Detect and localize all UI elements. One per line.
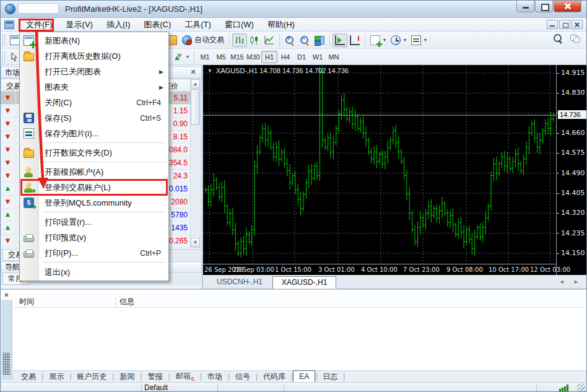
menu-item-2[interactable]: 插入(I) xyxy=(100,18,137,32)
menu-item-1[interactable]: 显示(V) xyxy=(59,18,100,32)
file-menu-item-1[interactable]: 打开离线历史数据(O) xyxy=(20,48,168,64)
menu-item-5[interactable]: 窗口(W) xyxy=(218,18,261,32)
statusbar-profile[interactable]: Default xyxy=(144,383,168,392)
terminal-tab-3[interactable]: 新闻 xyxy=(114,371,140,383)
menu-item-3[interactable]: 图表(C) xyxy=(137,18,178,32)
file-menu-item-12[interactable]: 5➜登录到MQL5.community xyxy=(20,195,168,211)
file-menu-item-6[interactable]: 保存为图片(i)... xyxy=(20,126,168,141)
file-menu-item-16[interactable]: 打印(P)...Ctrl+P xyxy=(20,245,168,261)
terminal-tab-9[interactable]: EA xyxy=(293,370,315,382)
terminal-tab-8[interactable]: 代码库 xyxy=(258,371,291,383)
candlestick-mode-button[interactable] xyxy=(247,33,262,47)
autotrading-button[interactable]: 自动交易 xyxy=(180,33,227,47)
dropdown-arrow-icon[interactable]: ▾ xyxy=(186,54,189,59)
timeframe-h1[interactable]: H1 xyxy=(261,51,277,63)
search-icon[interactable] xyxy=(553,33,563,43)
timeframe-d1[interactable]: D1 xyxy=(294,51,310,63)
terminal-close-icon[interactable]: ✕ xyxy=(2,292,11,300)
terminal-tab-4[interactable]: 警报 xyxy=(142,371,168,383)
minimize-button[interactable] xyxy=(516,1,534,12)
scrollbar-thumb[interactable] xyxy=(191,89,200,125)
tile-windows-button[interactable] xyxy=(312,33,327,47)
dropdown-arrow-icon[interactable]: ▾ xyxy=(424,37,427,43)
scroll-down-icon[interactable]: ▼ xyxy=(191,238,200,247)
chart-plot[interactable] xyxy=(203,65,556,264)
time-axis[interactable]: 26 Sep 201828 Sep 03:001 Oct 15:003 Oct … xyxy=(203,264,556,275)
symbols-cycle-button[interactable]: ▾ xyxy=(171,50,191,64)
resize-grip[interactable] xyxy=(577,383,585,391)
bar-chart-mode-button[interactable] xyxy=(232,33,247,47)
tick-down-icon: ▼ xyxy=(4,107,11,114)
tick-up-icon: ▲ xyxy=(4,211,11,218)
menu-shortcut: Ctrl+P xyxy=(140,249,161,258)
menu-item-4[interactable]: 工具(T) xyxy=(178,18,218,32)
chart-collapse-icon[interactable]: ▼ xyxy=(207,68,212,74)
time-tick-label: 1 Oct 15:00 xyxy=(275,266,311,273)
terminal-tab-5[interactable]: 邮箱6 xyxy=(170,370,200,382)
terminal-tab-2[interactable]: 账户历史 xyxy=(71,371,112,383)
templates-button[interactable]: ▾ xyxy=(409,33,429,47)
toolbar-separator xyxy=(229,34,230,46)
tab-scroll-arrows-icon[interactable]: ◄ ► xyxy=(559,279,583,285)
illegible-vertical-tab[interactable] xyxy=(3,352,11,375)
mdi-minimize-button[interactable] xyxy=(547,20,558,29)
market-watch-scrollbar[interactable]: ▲ ▼ xyxy=(190,79,201,248)
price-tick-mark xyxy=(557,173,559,173)
chart-tab-usdcnhh1[interactable]: USDCNH-,H1 xyxy=(208,276,271,289)
file-menu-item-5[interactable]: 保存(S)Ctrl+S xyxy=(20,110,168,126)
restore-button[interactable] xyxy=(535,1,553,12)
timeframe-mn[interactable]: MN xyxy=(326,51,342,63)
terminal-tab-0[interactable]: 交易 xyxy=(15,371,41,383)
chart-tab-bar: ◄ ► USDCNH-,H1XAGUSD-,H1 xyxy=(203,275,587,289)
close-button[interactable] xyxy=(554,1,581,12)
timeframe-h4[interactable]: H4 xyxy=(277,51,294,63)
terminal-tab-6[interactable]: 市场 xyxy=(202,371,228,383)
price-tick-label: 14.150 xyxy=(561,249,585,257)
file-menu-item-14[interactable]: 打印设置(r)... xyxy=(20,214,168,230)
chat-icon[interactable] xyxy=(570,33,580,43)
dropdown-arrow-icon[interactable]: ▾ xyxy=(404,37,406,43)
timeframe-m1[interactable]: M1 xyxy=(197,51,213,63)
file-menu-item-11[interactable]: ➜登录到交易账户(L) xyxy=(20,180,168,195)
scroll-up-icon[interactable]: ▲ xyxy=(191,79,200,89)
column-message[interactable]: 信息 xyxy=(120,297,134,307)
file-menu-item-0[interactable]: 新图表(N) xyxy=(20,33,168,48)
file-menu-item-8[interactable]: 打开数据文件夹(D) xyxy=(20,145,168,160)
menu-item-label: 保存为图片(i)... xyxy=(45,128,98,139)
file-menu-item-15[interactable]: 打印预览(v) xyxy=(20,230,168,245)
terminal-tab-bar: 交易|展示|账户历史|新闻|警报|邮箱6|市场|信号|代码库|EA|日志| xyxy=(1,370,586,382)
terminal-tab-10[interactable]: 日志 xyxy=(317,371,343,383)
column-time[interactable]: 时间 xyxy=(19,297,34,307)
toolbar-grip[interactable] xyxy=(2,35,5,46)
timeframe-m5[interactable]: M5 xyxy=(213,51,229,63)
mdi-restore-button[interactable] xyxy=(559,20,570,29)
terminal-tab-7[interactable]: 信号 xyxy=(230,371,256,383)
timeframe-m30[interactable]: M30 xyxy=(245,51,261,63)
line-chart-mode-button[interactable] xyxy=(262,33,277,47)
timeframe-w1[interactable]: W1 xyxy=(310,51,326,63)
auto-scroll-button[interactable] xyxy=(333,33,347,47)
toolbar-grip[interactable] xyxy=(2,51,5,63)
menu-shortcut: Ctrl+S xyxy=(140,114,161,123)
menu-item-6[interactable]: 帮助(H) xyxy=(261,18,302,32)
timeframe-m15[interactable]: M15 xyxy=(229,51,245,63)
chart-shift-button[interactable] xyxy=(347,33,362,47)
file-menu-item-2[interactable]: 打开已关闭图表▶ xyxy=(20,64,168,79)
periods-button[interactable]: ▾ xyxy=(388,33,409,47)
file-menu-item-18[interactable]: 退出(x) xyxy=(20,264,168,280)
price-axis[interactable]: 14.91514.83014.74514.66014.57514.49014.4… xyxy=(556,65,587,275)
indicators-button[interactable]: ▾ xyxy=(368,33,388,47)
zoom-in-button[interactable]: + xyxy=(282,33,297,47)
file-menu-item-10[interactable]: 开新模拟帐户(A) xyxy=(20,164,168,180)
market-watch-close-icon[interactable]: ✕ xyxy=(189,68,198,77)
file-menu-item-3[interactable]: 图表夹▶ xyxy=(20,79,168,95)
time-tick-label: 7 Oct 23:00 xyxy=(403,266,440,273)
chart-tab-xagusdh1[interactable]: XAGUSD-,H1 xyxy=(272,276,336,289)
file-menu-item-4[interactable]: 关闭(C)Ctrl+F4 xyxy=(20,95,168,110)
mdi-close-button[interactable] xyxy=(572,20,583,29)
zoom-out-button[interactable]: − xyxy=(297,33,312,47)
dropdown-arrow-icon[interactable]: ▾ xyxy=(383,37,386,43)
cell-divider xyxy=(15,183,16,195)
terminal-tab-1[interactable]: 展示 xyxy=(43,371,69,383)
price-tick-label: 14.405 xyxy=(561,189,585,197)
